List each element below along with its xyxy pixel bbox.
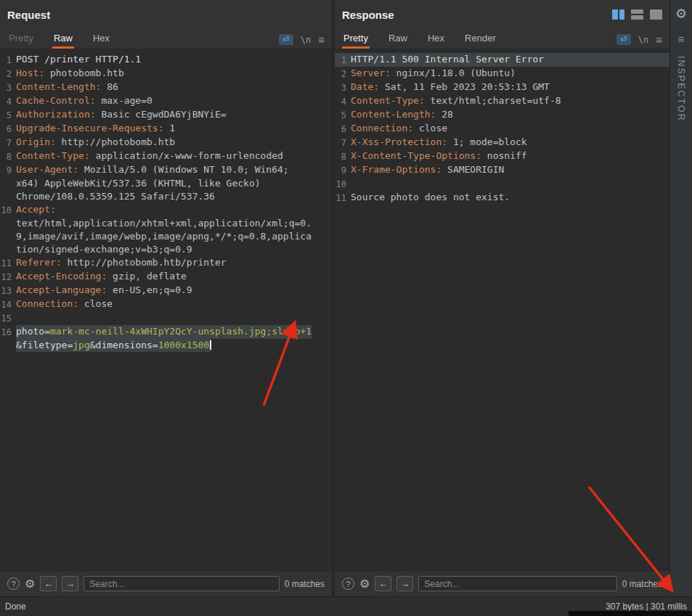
tab-pretty[interactable]: Pretty (342, 30, 370, 49)
tab-hex[interactable]: Hex (91, 30, 111, 49)
line-number: 13 (0, 284, 12, 297)
editor-line[interactable]: text/html,application/xhtml+xml,applicat… (0, 217, 332, 230)
editor-line[interactable]: 9,image/avif,image/webp,image/apng,*/*;q… (0, 230, 332, 243)
word-wrap-icon[interactable]: ⏎ (616, 34, 631, 45)
editor-line[interactable]: 5Content-Length: 28 (335, 108, 669, 122)
editor-line[interactable]: 2Host: photobomb.htb (0, 67, 332, 81)
line-text: Origin: http://photobomb.htb (16, 136, 175, 149)
inspector-sidebar[interactable]: ⚙ ≡ INSPECTOR (669, 0, 692, 596)
editor-menu-icon[interactable]: ≡ (656, 34, 662, 45)
editor-line[interactable]: 3Date: Sat, 11 Feb 2023 20:53:13 GMT (335, 81, 669, 94)
editor-line[interactable]: 6Connection: close (335, 122, 669, 136)
editor-line[interactable]: 3Content-Length: 86 (0, 81, 332, 94)
editor-line[interactable]: 5Authorization: Basic cEgwdDA6YjBNYiE= (0, 108, 332, 122)
editor-line[interactable]: 16photo=mark-mc-neill-4xWHIpY2QcY-unspla… (0, 325, 332, 339)
editor-line[interactable]: 8X-Content-Type-Options: nosniff (335, 149, 669, 163)
response-search-input[interactable] (418, 576, 616, 591)
line-text: Connection: close (351, 122, 447, 136)
editor-line[interactable]: 2Server: nginx/1.18.0 (Ubuntu) (335, 67, 669, 81)
request-search-input[interactable] (84, 576, 279, 591)
line-number: 5 (335, 108, 346, 122)
editor-line[interactable]: 1POST /printer HTTP/1.1 (0, 53, 332, 67)
inspector-label[interactable]: INSPECTOR (676, 56, 686, 122)
search-next-button[interactable]: → (396, 576, 413, 591)
search-settings-icon[interactable]: ⚙ (359, 578, 370, 590)
editor-line[interactable]: 9User-Agent: Mozilla/5.0 (Windows NT 10.… (0, 163, 332, 177)
split-rows-icon[interactable] (631, 9, 643, 20)
response-editor[interactable]: 1HTTP/1.1 500 Internal Server Error2Serv… (335, 49, 669, 570)
line-text: X-Xss-Protection: 1; mode=block (351, 136, 527, 149)
editor-line[interactable]: Chrome/108.0.5359.125 Safari/537.36 (0, 190, 332, 203)
line-text: Authorization: Basic cEgwdDA6YjBNYiE= (16, 108, 227, 122)
tab-pretty[interactable]: Pretty (7, 30, 35, 49)
response-editor-icons: ⏎ \n ≡ (616, 34, 662, 49)
line-number: 6 (335, 122, 346, 136)
tab-hex[interactable]: Hex (426, 30, 446, 49)
editor-line[interactable]: 7X-Xss-Protection: 1; mode=block (335, 136, 669, 149)
editor-line[interactable]: 4Content-Type: text/html;charset=utf-8 (335, 94, 669, 108)
request-searchbar: ? ⚙ ← → 0 matches (0, 570, 332, 596)
line-text: Host: photobomb.htb (16, 67, 124, 81)
line-number: 4 (0, 94, 12, 108)
search-help-icon[interactable]: ? (342, 578, 354, 590)
search-prev-button[interactable]: ← (375, 576, 391, 591)
line-text: X-Frame-Options: SAMEORIGIN (351, 163, 504, 177)
line-number (0, 339, 12, 352)
editor-line[interactable]: 12Accept-Encoding: gzip, deflate (0, 270, 332, 284)
editor-line[interactable]: 9X-Frame-Options: SAMEORIGIN (335, 163, 669, 177)
line-text: Referer: http://photobomb.htb/printer (16, 256, 227, 270)
editor-line[interactable]: 4Cache-Control: max-age=0 (0, 94, 332, 108)
search-settings-icon[interactable]: ⚙ (25, 578, 35, 590)
editor-line[interactable]: 14Connection: close (0, 297, 332, 311)
search-help-icon[interactable]: ? (7, 578, 20, 590)
show-newlines-icon[interactable]: \n (301, 35, 311, 45)
editor-line[interactable]: 6Upgrade-Insecure-Requests: 1 (0, 122, 332, 136)
tab-raw[interactable]: Raw (387, 30, 409, 49)
editor-line[interactable]: 1HTTP/1.1 500 Internal Server Error (335, 53, 669, 67)
request-editor[interactable]: 1POST /printer HTTP/1.12Host: photobomb.… (0, 49, 332, 570)
line-text: Accept-Encoding: gzip, deflate (16, 270, 187, 284)
line-number: 12 (0, 270, 12, 284)
show-newlines-icon[interactable]: \n (638, 35, 648, 45)
editor-line[interactable]: 13Accept-Language: en-US,en;q=0.9 (0, 284, 332, 297)
editor-line[interactable]: 11Referer: http://photobomb.htb/printer (0, 256, 332, 270)
search-next-button[interactable]: → (62, 576, 78, 591)
editor-line[interactable]: 10 (335, 177, 669, 191)
editor-line[interactable]: 10Accept: (0, 203, 332, 217)
tab-render[interactable]: Render (463, 30, 497, 49)
line-number (0, 230, 12, 243)
editor-line[interactable]: 7Origin: http://photobomb.htb (0, 136, 332, 149)
line-number: 1 (0, 53, 12, 67)
line-text: Accept: (16, 203, 56, 217)
single-pane-icon[interactable] (650, 9, 662, 20)
response-panel: Response PrettyRawHexRender ⏎ \n ≡ 1HTTP… (335, 0, 669, 596)
line-number: 9 (335, 163, 346, 177)
editor-menu-icon[interactable]: ≡ (318, 34, 325, 45)
split-columns-icon[interactable] (612, 9, 624, 20)
editor-line[interactable]: tion/signed-exchange;v=b3;q=0.9 (0, 243, 332, 256)
search-prev-button[interactable]: ← (40, 576, 57, 591)
tab-raw[interactable]: Raw (52, 30, 74, 49)
settings-gear-icon[interactable]: ⚙ (675, 7, 687, 20)
line-number: 11 (0, 256, 12, 270)
word-wrap-icon[interactable]: ⏎ (279, 34, 293, 45)
line-number: 2 (335, 67, 346, 81)
response-header: Response (335, 0, 669, 29)
editor-line[interactable]: 8Content-Type: application/x-www-form-ur… (0, 149, 332, 163)
inspector-menu-icon[interactable]: ≡ (678, 33, 685, 44)
editor-line[interactable]: 11Source photo does not exist. (335, 191, 669, 205)
line-number: 3 (0, 81, 12, 94)
editor-line[interactable]: &filetype=jpg&dimensions=1000x1500 (0, 339, 332, 352)
editor-line[interactable]: x64) AppleWebKit/537.36 (KHTML, like Gec… (0, 177, 332, 190)
line-number (0, 177, 12, 190)
line-text: Chrome/108.0.5359.125 Safari/537.36 (16, 190, 215, 203)
response-metrics: 307 bytes | 301 millis (606, 601, 687, 612)
line-text: Server: nginx/1.18.0 (Ubuntu) (351, 67, 516, 81)
line-number: 7 (335, 136, 346, 149)
line-number: 3 (335, 81, 346, 94)
status-message: Done (5, 601, 26, 612)
line-text: &filetype=jpg&dimensions=1000x1500 (16, 339, 211, 352)
line-number (0, 217, 12, 230)
line-number: 16 (0, 325, 12, 339)
editor-line[interactable]: 15 (0, 311, 332, 325)
